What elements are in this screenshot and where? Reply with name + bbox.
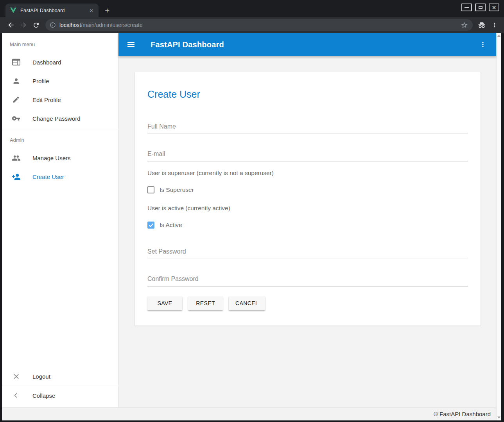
sidebar-section-admin: Admin — [2, 129, 118, 148]
browser-toolbar: localhost/main/admin/users/create — [0, 17, 504, 33]
sidebar-item-edit-profile[interactable]: Edit Profile — [2, 90, 118, 109]
sidebar: Main menu Dashboard Profile — [2, 33, 118, 407]
sidebar-item-label: Dashboard — [32, 59, 61, 66]
app-header: FastAPI Dashboard — [118, 33, 496, 56]
tab-title: FastAPI Dashboard — [20, 7, 88, 13]
superuser-checkbox[interactable] — [147, 186, 154, 193]
active-note: User is active (currently active) — [147, 205, 468, 212]
set-password-field-wrap — [147, 247, 468, 259]
page-title: Create User — [147, 89, 468, 100]
email-field-wrap — [147, 149, 468, 161]
scrollbar-down-arrow-icon[interactable] — [497, 417, 500, 418]
app-kebab-menu-icon[interactable] — [479, 41, 487, 48]
sidebar-item-create-user[interactable]: Create User — [2, 167, 118, 186]
sidebar-item-label: Profile — [32, 78, 49, 84]
sidebar-item-logout[interactable]: Logout — [2, 367, 118, 386]
new-tab-button[interactable]: + — [105, 6, 109, 14]
bookmark-star-icon[interactable] — [461, 21, 468, 29]
dashboard-icon — [11, 59, 21, 66]
sidebar-item-manage-users[interactable]: Manage Users — [2, 148, 118, 167]
chevron-left-icon — [11, 392, 21, 399]
page-footer: © FastAPI Dashboard — [2, 407, 496, 420]
browser-tab[interactable]: FastAPI Dashboard × — [5, 4, 99, 17]
vertical-scrollbar[interactable] — [496, 33, 501, 420]
sidebar-item-label: Collapse — [32, 392, 55, 399]
minimize-button[interactable] — [461, 4, 472, 11]
main-area: FastAPI Dashboard Create User User is su… — [118, 33, 496, 407]
confirm-password-field-wrap — [147, 274, 468, 286]
hamburger-menu-icon[interactable] — [126, 40, 136, 49]
create-user-card: Create User User is superuser (currently… — [135, 72, 481, 326]
sidebar-item-profile[interactable]: Profile — [2, 72, 118, 90]
browser-titlebar: FastAPI Dashboard × + ✕ — [0, 0, 504, 17]
url-path: /main/admin/users/create — [81, 22, 142, 28]
full-name-field-wrap — [147, 122, 468, 134]
back-button[interactable] — [5, 19, 17, 31]
incognito-icon — [477, 21, 486, 29]
sidebar-item-label: Change Password — [32, 115, 81, 122]
person-icon — [11, 77, 21, 85]
sidebar-item-label: Create User — [32, 173, 64, 180]
cancel-button[interactable]: CANCEL — [229, 296, 265, 310]
page-content: Create User User is superuser (currently… — [118, 56, 496, 407]
close-x-icon — [11, 373, 21, 380]
reset-button[interactable]: RESET — [188, 296, 223, 310]
superuser-note: User is superuser (currently is not a su… — [147, 170, 468, 177]
scrollbar-up-arrow-icon[interactable] — [497, 35, 500, 37]
url-host: localhost — [59, 22, 81, 28]
forward-button[interactable] — [17, 19, 30, 31]
sidebar-item-dashboard[interactable]: Dashboard — [2, 53, 118, 72]
window-controls: ✕ — [461, 4, 499, 11]
vue-logo-icon — [10, 7, 16, 13]
maximize-button[interactable] — [475, 4, 486, 11]
sidebar-item-label: Manage Users — [32, 155, 71, 161]
superuser-checkbox-row[interactable]: Is Superuser — [147, 186, 468, 193]
site-info-icon[interactable] — [50, 22, 56, 28]
url-bar[interactable]: localhost/main/admin/users/create — [45, 19, 473, 31]
form-actions: SAVE RESET CANCEL — [147, 296, 468, 310]
active-checkbox-row[interactable]: Is Active — [147, 222, 468, 229]
person-add-icon — [11, 172, 21, 181]
sidebar-section-main-menu: Main menu — [2, 33, 118, 53]
active-checkbox-label: Is Active — [160, 222, 182, 229]
tab-close-icon[interactable]: × — [88, 7, 95, 14]
browser-menu-icon[interactable] — [490, 19, 499, 31]
close-window-button[interactable]: ✕ — [489, 4, 499, 11]
set-password-input[interactable] — [147, 247, 468, 259]
sidebar-item-change-password[interactable]: Change Password — [2, 109, 118, 128]
key-icon — [11, 114, 21, 123]
group-icon — [11, 154, 21, 163]
app-title: FastAPI Dashboard — [151, 40, 224, 49]
confirm-password-input[interactable] — [147, 274, 468, 286]
full-name-input[interactable] — [147, 122, 468, 134]
email-input[interactable] — [147, 149, 468, 161]
sidebar-item-label: Edit Profile — [32, 97, 61, 103]
reload-button[interactable] — [30, 19, 42, 31]
pencil-icon — [11, 96, 21, 104]
copyright-text: © FastAPI Dashboard — [434, 411, 491, 417]
sidebar-item-collapse[interactable]: Collapse — [2, 386, 118, 405]
superuser-checkbox-label: Is Superuser — [160, 186, 194, 193]
active-checkbox[interactable] — [147, 222, 154, 229]
sidebar-item-label: Logout — [32, 373, 50, 380]
page-viewport: Main menu Dashboard Profile — [2, 33, 501, 420]
save-button[interactable]: SAVE — [147, 296, 182, 310]
